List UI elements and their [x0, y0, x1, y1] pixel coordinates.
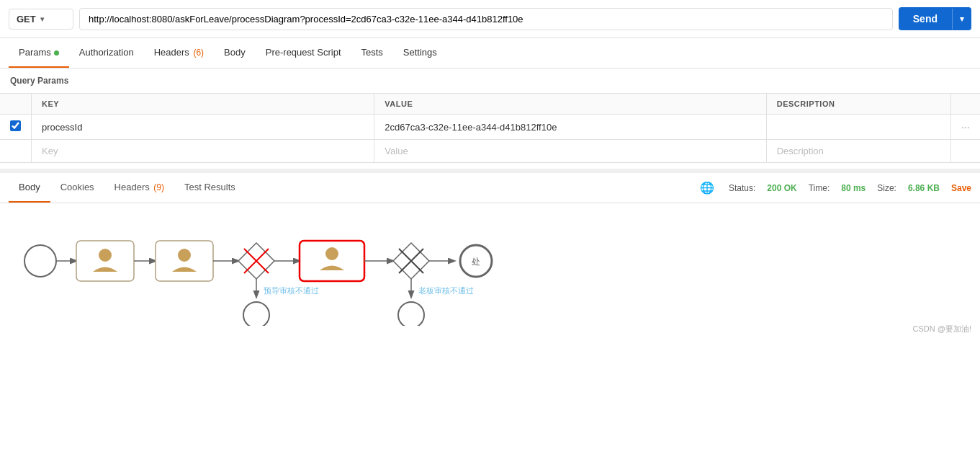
- placeholder-action-cell: [951, 140, 980, 163]
- time-label: Time:: [809, 183, 830, 193]
- tab-headers-badge: (6): [193, 48, 204, 58]
- response-tab-headers-badge: (9): [153, 182, 164, 192]
- svg-point-21: [243, 302, 269, 326]
- bpmn-diagram: 处 预导审核不通过 老板审核不通过: [12, 218, 602, 326]
- table-placeholder-row: Key Value Description: [0, 140, 980, 163]
- tab-pre-request[interactable]: Pre-request Script: [256, 38, 351, 68]
- svg-point-23: [398, 302, 424, 326]
- tab-headers[interactable]: Headers (6): [144, 38, 214, 68]
- placeholder-key-cell[interactable]: Key: [32, 140, 374, 163]
- svg-point-13: [325, 247, 338, 260]
- placeholder-value: Value: [385, 146, 408, 156]
- row-value-value: 2cd67ca3-c32e-11ee-a344-d41b812ff10e: [385, 122, 557, 133]
- col-header-value: VALUE: [374, 94, 766, 115]
- url-bar: GET ▾ Send ▾: [0, 0, 980, 38]
- placeholder-value-cell[interactable]: Value: [374, 140, 766, 163]
- svg-rect-12: [300, 241, 364, 281]
- svg-point-0: [24, 245, 56, 277]
- row-key-cell[interactable]: processId: [32, 115, 374, 140]
- col-header-actions: [951, 94, 980, 115]
- tab-settings-label: Settings: [403, 47, 437, 58]
- response-tab-test-results[interactable]: Test Results: [174, 173, 246, 203]
- tab-body[interactable]: Body: [214, 38, 256, 68]
- tab-settings[interactable]: Settings: [393, 38, 447, 68]
- placeholder-check-cell: [0, 140, 32, 163]
- response-tab-cookies[interactable]: Cookies: [50, 173, 104, 203]
- tab-tests[interactable]: Tests: [351, 38, 393, 68]
- method-chevron-icon: ▾: [40, 15, 44, 23]
- size-label: Size:: [877, 183, 896, 193]
- tab-body-label: Body: [224, 47, 246, 58]
- params-table: KEY VALUE DESCRIPTION processId 2cd67ca3…: [0, 94, 980, 163]
- table-row: processId 2cd67ca3-c32e-11ee-a344-d41b81…: [0, 115, 980, 140]
- method-selector[interactable]: GET ▾: [9, 9, 73, 30]
- row-key-value: processId: [42, 122, 82, 133]
- method-label: GET: [17, 14, 36, 25]
- request-tabs-bar: Params Authorization Headers (6) Body Pr…: [0, 38, 980, 68]
- col-header-key: KEY: [32, 94, 374, 115]
- status-value: 200 OK: [767, 183, 796, 193]
- placeholder-key: Key: [42, 146, 58, 156]
- response-tabs-bar: Body Cookies Headers (9) Test Results 🌐 …: [0, 173, 980, 203]
- svg-point-6: [178, 249, 191, 262]
- query-params-title: Query Params: [0, 68, 980, 94]
- tab-tests-label: Tests: [361, 47, 383, 58]
- time-value: 80 ms: [841, 183, 866, 193]
- response-tab-cookies-label: Cookies: [60, 182, 94, 192]
- watermark: CSDN @要加油!: [913, 324, 971, 334]
- tab-headers-label: Headers: [154, 47, 192, 58]
- url-input[interactable]: [79, 8, 893, 30]
- col-header-description: DESCRIPTION: [766, 94, 951, 115]
- globe-icon: 🌐: [700, 181, 714, 195]
- placeholder-desc: Description: [777, 146, 824, 156]
- tab-params[interactable]: Params: [9, 38, 69, 68]
- three-dot-icon: ···: [961, 121, 970, 133]
- response-tab-body-label: Body: [19, 182, 40, 192]
- response-tab-headers[interactable]: Headers (9): [104, 173, 174, 203]
- tab-authorization[interactable]: Authorization: [69, 38, 144, 68]
- size-value: 6.86 KB: [908, 183, 940, 193]
- diagram-area: 处 预导审核不通过 老板审核不通过 CSDN @要加油!: [0, 203, 980, 340]
- tab-pre-request-label: Pre-request Script: [266, 47, 341, 58]
- send-dropdown-arrow-icon[interactable]: ▾: [952, 9, 971, 30]
- end-node-label: 处: [472, 257, 480, 267]
- response-tab-test-label: Test Results: [184, 182, 235, 192]
- branch1-label: 预导审核不通过: [264, 286, 319, 295]
- send-button[interactable]: Send ▾: [899, 7, 971, 30]
- row-checkbox-cell: [0, 115, 32, 140]
- response-section: Body Cookies Headers (9) Test Results 🌐 …: [0, 169, 980, 340]
- branch2-label: 老板审核不通过: [418, 286, 474, 295]
- row-value-cell[interactable]: 2cd67ca3-c32e-11ee-a344-d41b812ff10e: [374, 115, 766, 140]
- tab-params-label: Params: [19, 47, 51, 58]
- params-dot: [54, 50, 59, 56]
- row-checkbox[interactable]: [10, 120, 21, 131]
- svg-point-3: [99, 249, 112, 262]
- placeholder-desc-cell[interactable]: Description: [766, 140, 951, 163]
- tab-authorization-label: Authorization: [79, 47, 134, 58]
- send-button-label: Send: [899, 7, 952, 30]
- row-desc-cell[interactable]: [766, 115, 951, 140]
- save-button[interactable]: Save: [951, 183, 971, 193]
- response-tab-headers-label: Headers: [114, 182, 153, 192]
- col-header-check: [0, 94, 32, 115]
- status-label: Status:: [729, 183, 755, 193]
- response-status-bar: 🌐 Status: 200 OK Time: 80 ms Size: 6.86 …: [700, 181, 971, 195]
- row-action-cell: ···: [951, 115, 980, 140]
- response-tab-body[interactable]: Body: [9, 173, 50, 203]
